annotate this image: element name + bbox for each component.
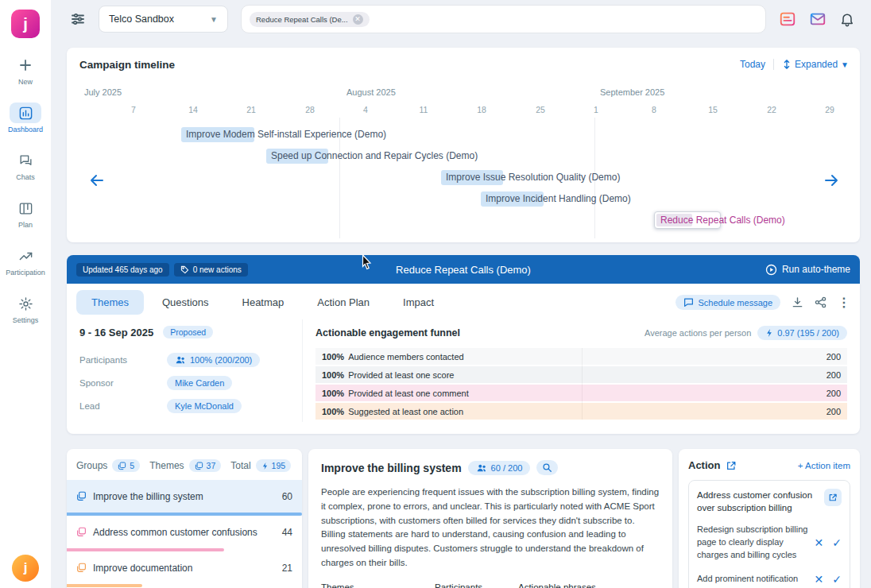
campaign-label[interactable]: Speed up Connection and Repair Cycles (D… <box>271 149 478 164</box>
campaign-label[interactable]: Improve Issue Resolution Quality (Demo) <box>446 170 620 185</box>
participants-chip: 100% (200/200) <box>167 353 260 367</box>
user-avatar[interactable]: j <box>12 555 39 582</box>
participants-label: Participants <box>79 355 167 365</box>
share-icon[interactable] <box>815 296 826 308</box>
funnel-average-chip: 0.97 (195 / 200) <box>757 326 847 340</box>
funnel-label: Provided at least one score <box>348 370 454 380</box>
add-action-item-button[interactable]: + Action item <box>798 461 850 470</box>
sidebar-item-dashboard[interactable]: Dashboard <box>8 103 43 133</box>
app-root: j New Dashboard Chats Plan <box>0 0 871 588</box>
bolt-icon <box>261 462 269 470</box>
search-input[interactable]: Reduce Repeat Calls (De... ✕ <box>241 5 766 33</box>
funnel-pct: 100% <box>322 389 344 398</box>
campaign-content-card: Themes Questions Heatmap Action Plan Imp… <box>67 284 860 434</box>
kebab-menu-icon[interactable]: ⋮ <box>838 296 850 309</box>
external-link-icon <box>726 460 737 471</box>
funnel-average: Average actions per person 0.97 (195 / 2… <box>645 326 847 340</box>
tab-action-plan[interactable]: Action Plan <box>302 290 385 315</box>
timeline-tick: 1 <box>588 105 604 114</box>
lead-chip[interactable]: Kyle McDonald <box>167 399 242 413</box>
chat-icon <box>683 297 694 308</box>
funnel-value: 200 <box>826 370 841 380</box>
sponsor-label: Sponsor <box>79 378 167 388</box>
action-suggestion-text: Add prominent notification <box>697 573 810 586</box>
app-logo[interactable]: j <box>11 10 40 38</box>
timeline-campaign[interactable]: Improve Issue Resolution Quality (Demo) <box>67 170 860 188</box>
tab-questions[interactable]: Questions <box>147 290 224 315</box>
participation-icon <box>10 246 41 266</box>
survey-icon[interactable] <box>779 10 796 28</box>
themes-count-chip: 37 <box>189 459 222 472</box>
sidebar: j New Dashboard Chats Plan <box>0 0 51 588</box>
campaign-label[interactable]: Improve Incident Handling (Demo) <box>486 191 631 207</box>
dismiss-icon[interactable]: ✕ <box>815 571 824 587</box>
funnel-row: 100% Suggested at least one action 200 <box>315 403 847 420</box>
download-icon[interactable] <box>792 296 803 308</box>
timeline-campaign[interactable]: Improve Incident Handling (Demo) <box>67 191 860 209</box>
notifications-icon[interactable] <box>839 11 855 27</box>
funnel-pct: 100% <box>322 407 344 416</box>
workspace-select[interactable]: Telco Sandbox ▼ <box>99 6 228 33</box>
themes-label: Themes <box>149 460 184 471</box>
banner-campaign-title: Reduce Repeat Calls (Demo) <box>67 264 860 276</box>
theme-detail-title: Improve the billing system <box>321 462 462 474</box>
schedule-message-button[interactable]: Schedule message <box>676 295 780 310</box>
arrow-left-icon[interactable] <box>87 171 106 190</box>
dismiss-icon[interactable]: ✕ <box>815 535 824 551</box>
accept-icon[interactable]: ✓ <box>832 535 842 551</box>
sidebar-item-plan[interactable]: Plan <box>10 198 41 229</box>
sidebar-item-label: Participation <box>6 269 45 277</box>
timeline-campaign-selected[interactable]: Reduce Repeat Calls (Demo) <box>67 213 860 230</box>
sidebar-item-chats[interactable]: Chats <box>10 150 41 181</box>
timeline-tick: 25 <box>532 105 548 114</box>
tab-impact[interactable]: Impact <box>388 290 449 315</box>
action-suggestion: Add prominent notification ✕ ✓ <box>697 571 842 587</box>
campaign-label[interactable]: Reduce Repeat Calls (Demo) <box>660 213 785 228</box>
mail-icon[interactable] <box>809 10 826 28</box>
sidebar-item-new[interactable]: New <box>10 55 41 86</box>
today-button[interactable]: Today <box>740 59 765 70</box>
funnel-row: 100% Audience members contacted 200 <box>315 348 847 365</box>
theme-list-item[interactable]: Address common customer confusions 44 <box>67 516 302 551</box>
close-icon[interactable]: ✕ <box>353 14 363 25</box>
action-item-card: Address customer confusion over subscrip… <box>688 480 850 588</box>
participants-value: 100% (200/200) <box>190 355 252 365</box>
tab-heatmap[interactable]: Heatmap <box>227 290 300 315</box>
theme-item-count: 21 <box>282 563 292 574</box>
lead-label: Lead <box>79 401 167 411</box>
sidebar-item-settings[interactable]: Settings <box>10 293 41 324</box>
funnel-value: 200 <box>826 389 841 398</box>
arrow-right-icon[interactable] <box>822 171 841 190</box>
filter-icon[interactable] <box>70 11 86 27</box>
campaign-info: 9 - 16 Sep 2025 Proposed Participants 10… <box>79 319 302 422</box>
sponsor-chip[interactable]: Mike Carden <box>167 376 232 390</box>
theme-icon <box>76 527 87 537</box>
timeline-campaign[interactable]: Speed up Connection and Repair Cycles (D… <box>67 149 860 166</box>
sidebar-item-participation[interactable]: Participation <box>6 246 45 277</box>
theme-list-item[interactable]: Improve documentation 21 <box>67 551 302 587</box>
campaign-label[interactable]: Improve Modem Self-install Experience (D… <box>186 127 386 142</box>
status-badge: Proposed <box>163 326 213 338</box>
timeline-tick: 22 <box>764 105 780 114</box>
timeline-tick: 29 <box>822 105 838 114</box>
expanded-select[interactable]: Expanded ▼ <box>782 59 849 70</box>
month-label: July 2025 <box>84 87 122 97</box>
sidebar-item-label: Chats <box>16 173 35 181</box>
dashboard-icon <box>10 103 41 123</box>
open-action-button[interactable] <box>824 489 842 506</box>
accept-icon[interactable]: ✓ <box>832 571 842 587</box>
run-auto-theme-button[interactable]: Run auto-theme <box>765 264 850 276</box>
themes-list-card: Groups 5 Themes 37 Total 195 Improve the… <box>67 449 302 588</box>
timeline-campaign[interactable]: Improve Modem Self-install Experience (D… <box>67 127 860 145</box>
action-item-title: Address customer confusion over subscrip… <box>697 489 818 514</box>
timeline-tick: 18 <box>474 105 490 114</box>
explore-theme-button[interactable] <box>536 460 558 475</box>
funnel-label: Audience members contacted <box>348 352 464 362</box>
theme-item-count: 44 <box>282 527 292 538</box>
theme-item-count: 60 <box>282 491 292 502</box>
timeline-tick: 11 <box>416 105 432 114</box>
theme-list-item[interactable]: Improve the billing system 60 <box>67 480 302 516</box>
topbar-icons <box>779 10 855 28</box>
tab-themes[interactable]: Themes <box>76 290 144 315</box>
filter-chip[interactable]: Reduce Repeat Calls (De... ✕ <box>250 12 370 27</box>
